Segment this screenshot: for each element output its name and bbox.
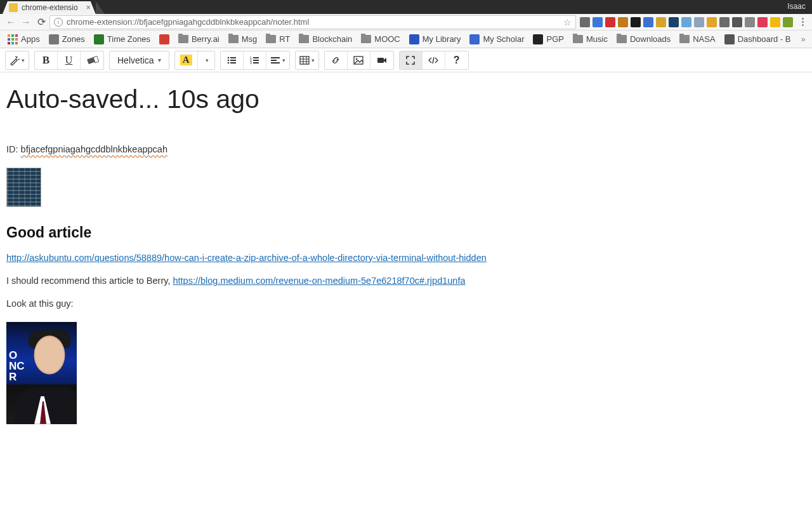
unordered-list-button[interactable]	[221, 51, 244, 69]
screenshot-icon[interactable]	[745, 17, 755, 27]
bookmark-label: MOOC	[374, 34, 400, 44]
folder-icon	[617, 35, 627, 43]
bookmark-item-Music[interactable]: Music	[569, 32, 612, 46]
bookmark-item-Zones[interactable]: Zones	[45, 32, 89, 46]
reload-button[interactable]: ⟳	[34, 15, 48, 29]
bookmark-label: Berry.ai	[192, 34, 219, 44]
bookmark-item-My Library[interactable]: My Library	[405, 32, 465, 46]
underline-icon: U	[65, 55, 73, 66]
adblock-icon[interactable]	[605, 17, 615, 27]
chrome-menu-icon[interactable]	[797, 18, 808, 26]
highlight-color-dropdown[interactable]	[198, 51, 214, 69]
bookmark-label: Zones	[62, 34, 85, 44]
grid-icon[interactable]	[694, 17, 704, 27]
bookmarks-overflow-icon[interactable]: »	[797, 34, 809, 44]
paragraph-align-button[interactable]	[266, 51, 289, 69]
svg-rect-3	[230, 60, 236, 61]
translate-icon[interactable]	[593, 17, 603, 27]
image-button[interactable]	[348, 51, 370, 69]
apps-icon	[8, 34, 18, 44]
plus-icon[interactable]	[681, 17, 691, 27]
tab-close-icon[interactable]: ×	[86, 3, 91, 12]
svg-rect-15	[300, 57, 309, 64]
font-family-picker[interactable]: Helvetica	[110, 51, 169, 69]
back-button[interactable]: ←	[4, 15, 18, 29]
clock-icon[interactable]	[669, 17, 679, 27]
gmail-icon	[159, 34, 169, 44]
style-wand-button[interactable]	[6, 51, 29, 69]
svg-point-0	[228, 57, 230, 58]
lock-icon[interactable]	[656, 17, 666, 27]
bookmark-item-NASA[interactable]: NASA	[676, 32, 719, 46]
humble-icon[interactable]	[618, 17, 628, 27]
medium-link[interactable]: https://blog.medium.com/revenue-on-mediu…	[173, 276, 465, 286]
askubuntu-link[interactable]: http://askubuntu.com/questions/58889/how…	[6, 253, 487, 263]
keep-icon[interactable]	[770, 17, 780, 27]
editor-content[interactable]: Auto-saved... 10s ago ID: bfjacefgpniaga…	[0, 72, 812, 433]
link-button[interactable]	[325, 51, 348, 69]
bookmark-label: Blockchain	[312, 34, 352, 44]
svg-rect-9	[253, 60, 259, 61]
bookmark-item-PGP[interactable]: PGP	[529, 32, 567, 46]
bookmark-item-Msg[interactable]: Msg	[225, 32, 261, 46]
svg-rect-14	[271, 62, 280, 64]
wand-icon	[10, 55, 20, 65]
blocker-icon[interactable]	[631, 17, 641, 27]
highlight-icon: A	[180, 55, 192, 65]
bold-icon: B	[43, 54, 49, 67]
folder-icon	[228, 35, 239, 43]
site-info-icon[interactable]: i	[54, 18, 63, 27]
new-tab-button[interactable]	[96, 1, 105, 14]
save-icon[interactable]	[732, 17, 742, 27]
tab-strip: chrome-extensio ×	[0, 0, 105, 14]
tab-favicon-icon	[9, 3, 18, 12]
video-icon	[377, 55, 387, 65]
bookmark-item-Downloads[interactable]: Downloads	[613, 32, 674, 46]
codeview-button[interactable]	[422, 51, 445, 69]
ordered-list-button[interactable]: 123	[244, 51, 266, 69]
bookmark-star-icon[interactable]: ☆	[563, 17, 572, 27]
bookmark-item-My Scholar[interactable]: My Scholar	[466, 32, 528, 46]
clear-format-button[interactable]	[81, 51, 103, 69]
id-line: ID: bfjacefgpniagahgcddblnkbkeappcah	[6, 143, 806, 156]
eraser-icon	[87, 56, 97, 64]
video-button[interactable]	[370, 51, 393, 69]
underline-button[interactable]: U	[58, 51, 81, 69]
site-icon	[94, 34, 104, 44]
bookmark-item-Apps[interactable]: Apps	[4, 32, 44, 46]
fullscreen-button[interactable]	[400, 51, 422, 69]
help-icon: ?	[454, 55, 460, 66]
bold-button[interactable]: B	[35, 51, 58, 69]
link-icon	[331, 55, 341, 65]
bookmark-item-Berry.ai[interactable]: Berry.ai	[174, 32, 223, 46]
bookmark-label: My Library	[422, 34, 461, 44]
bookmark-item-gmail-icon[interactable]	[155, 32, 173, 46]
bookmark-item-Dashboard - B[interactable]: Dashboard - B	[721, 32, 795, 46]
calendar-icon[interactable]	[643, 17, 653, 27]
bookmark-item-Time Zones[interactable]: Time Zones	[90, 32, 154, 46]
address-bar[interactable]: i chrome-extension://bfjacefgpniagahgcdd…	[49, 15, 576, 29]
thumbnail-image[interactable]	[6, 168, 41, 207]
browser-tab[interactable]: chrome-extensio ×	[3, 1, 96, 14]
portrait-image[interactable]: O NC R	[6, 322, 77, 424]
bookmark-item-MOOC[interactable]: MOOC	[357, 32, 403, 46]
bookmark-item-Blockchain[interactable]: Blockchain	[295, 32, 356, 46]
folder-icon	[361, 35, 371, 43]
forward-button[interactable]: →	[19, 15, 33, 29]
code-icon	[428, 55, 438, 65]
pushbullet-icon[interactable]	[757, 17, 768, 27]
svg-rect-1	[230, 57, 236, 58]
help-button[interactable]: ?	[445, 51, 468, 69]
brush-icon[interactable]	[783, 17, 793, 27]
font-family-label: Helvetica	[117, 55, 154, 65]
highlight-color-button[interactable]: A	[175, 51, 198, 69]
gear-icon[interactable]	[707, 17, 717, 27]
os-username: Isaac	[787, 0, 812, 14]
bookmark-label: My Scholar	[483, 34, 524, 44]
bookmark-label: Time Zones	[107, 34, 150, 44]
bookmark-label: Dashboard - B	[738, 34, 791, 44]
cast-icon[interactable]	[580, 17, 590, 27]
table-button[interactable]	[296, 51, 318, 69]
bookmark-item-RT[interactable]: RT	[262, 32, 294, 46]
react-icon[interactable]	[719, 17, 730, 27]
